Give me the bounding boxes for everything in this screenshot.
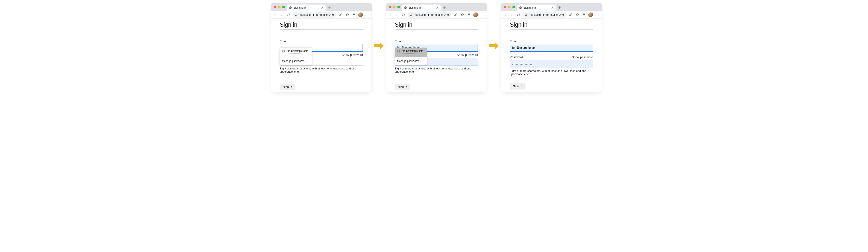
url-text: https://sign-in-form.glitch.me xyxy=(299,13,334,16)
browser-tab[interactable]: Signin form xyxy=(287,4,326,11)
key-icon[interactable] xyxy=(568,12,573,18)
close-tab-icon[interactable] xyxy=(436,6,439,9)
extensions-icon[interactable] xyxy=(466,12,472,18)
svg-point-10 xyxy=(482,16,482,16)
svg-point-3 xyxy=(367,15,367,15)
arrow-icon xyxy=(489,42,499,50)
maximize-window-icon[interactable] xyxy=(513,6,515,8)
menu-icon[interactable] xyxy=(479,12,485,18)
profile-avatar[interactable] xyxy=(473,12,478,17)
signin-button[interactable]: Sign in xyxy=(395,84,410,90)
autofill-username: foo@example.com xyxy=(402,50,423,53)
globe-icon xyxy=(397,50,400,53)
maximize-window-icon[interactable] xyxy=(397,6,400,8)
autofill-entry[interactable]: foo@example.com •••••••••••••••• xyxy=(395,48,427,57)
svg-point-14 xyxy=(597,13,597,14)
globe-icon xyxy=(289,6,292,9)
minimize-window-icon[interactable] xyxy=(508,6,510,8)
svg-point-9 xyxy=(482,15,482,15)
signin-button[interactable]: Sign in xyxy=(510,83,525,89)
profile-avatar[interactable] xyxy=(588,12,593,17)
page-content: Sign in Email Password Show password Eig… xyxy=(271,19,372,92)
extensions-icon[interactable] xyxy=(351,12,357,18)
close-tab-icon[interactable] xyxy=(321,6,324,9)
forward-button xyxy=(279,12,284,18)
address-bar[interactable]: https://sign-in-form.glitch.me xyxy=(407,12,451,18)
url-text: https://sign-in-form.glitch.me xyxy=(529,13,564,16)
menu-icon[interactable] xyxy=(594,12,600,18)
password-field[interactable] xyxy=(510,60,593,68)
autofill-dropdown: foo@example.com •••••••••••••••• Manage … xyxy=(280,48,312,65)
toolbar-right xyxy=(568,12,600,18)
close-tab-icon[interactable] xyxy=(551,6,554,9)
back-button[interactable] xyxy=(388,12,393,18)
tab-strip: Signin form xyxy=(501,3,601,11)
new-tab-button[interactable] xyxy=(327,5,332,10)
lock-icon xyxy=(294,13,297,16)
close-window-icon[interactable] xyxy=(389,6,391,8)
email-label: Email xyxy=(510,39,593,43)
address-bar[interactable]: https://sign-in-form.glitch.me xyxy=(522,12,566,18)
bookmark-star-icon[interactable] xyxy=(344,12,350,18)
browser-tab[interactable]: Signin form xyxy=(517,4,556,11)
minimize-window-icon[interactable] xyxy=(278,6,281,8)
show-password-toggle[interactable]: Show password xyxy=(457,53,478,57)
browser-tab[interactable]: Signin form xyxy=(402,4,441,11)
reload-button[interactable] xyxy=(401,12,405,18)
profile-avatar[interactable] xyxy=(358,12,363,17)
svg-point-2 xyxy=(367,13,367,14)
svg-point-15 xyxy=(597,15,597,15)
menu-icon[interactable] xyxy=(364,12,370,18)
forward-button xyxy=(509,12,514,18)
autofill-username: foo@example.com xyxy=(287,50,308,53)
reload-button[interactable] xyxy=(516,12,521,18)
toolbar-right xyxy=(453,12,485,18)
manage-passwords-link[interactable]: Manage passwords... xyxy=(280,57,312,65)
globe-icon xyxy=(519,6,522,9)
divider xyxy=(395,29,478,30)
toolbar: https://sign-in-form.glitch.me xyxy=(271,11,372,19)
toolbar: https://sign-in-form.glitch.me xyxy=(386,11,487,19)
key-icon[interactable] xyxy=(453,12,458,18)
page-content: Sign in Email Password Show password Eig… xyxy=(386,19,487,92)
show-password-toggle[interactable]: Show password xyxy=(342,53,363,57)
tab-strip: Signin form xyxy=(271,3,372,11)
extensions-icon[interactable] xyxy=(582,12,587,18)
autofill-entry[interactable]: foo@example.com •••••••••••••••• xyxy=(280,48,312,57)
bookmark-star-icon[interactable] xyxy=(575,12,580,18)
page-content: Sign in Email Password Show password Eig… xyxy=(501,19,601,92)
url-text: https://sign-in-form.glitch.me xyxy=(414,13,449,16)
autofill-dropdown: foo@example.com •••••••••••••••• Manage … xyxy=(395,48,427,65)
close-window-icon[interactable] xyxy=(274,6,276,8)
browser-window-1: Signin form xyxy=(271,3,372,92)
svg-point-7 xyxy=(455,15,456,16)
back-button[interactable] xyxy=(273,12,278,18)
email-field[interactable] xyxy=(510,44,593,52)
page-title: Sign in xyxy=(510,21,593,28)
password-label: Password xyxy=(510,55,523,59)
tab-title: Signin form xyxy=(408,6,435,9)
key-icon[interactable] xyxy=(338,12,343,18)
globe-icon xyxy=(404,6,407,9)
reload-button[interactable] xyxy=(286,12,290,18)
new-tab-button[interactable] xyxy=(557,5,562,10)
signin-button[interactable]: Sign in xyxy=(280,84,296,90)
new-tab-button[interactable] xyxy=(442,5,447,10)
canvas: Signin form xyxy=(267,0,601,98)
back-button[interactable] xyxy=(503,12,507,18)
svg-point-16 xyxy=(597,16,597,16)
window-controls xyxy=(273,3,286,11)
arrow-icon xyxy=(374,42,384,50)
bookmark-star-icon[interactable] xyxy=(460,12,465,18)
manage-passwords-link[interactable]: Manage passwords... xyxy=(395,57,427,65)
browser-window-3: Signin form https://sign-in-form.glitch.… xyxy=(501,3,602,92)
show-password-toggle[interactable]: Show password xyxy=(572,55,593,59)
minimize-window-icon[interactable] xyxy=(393,6,396,8)
autofill-masked-password: •••••••••••••••• xyxy=(287,53,308,55)
address-bar[interactable]: https://sign-in-form.glitch.me xyxy=(292,12,336,18)
toolbar-right xyxy=(338,12,370,18)
svg-point-13 xyxy=(569,15,570,16)
globe-icon xyxy=(282,50,285,53)
close-window-icon[interactable] xyxy=(504,6,506,8)
maximize-window-icon[interactable] xyxy=(282,6,285,8)
